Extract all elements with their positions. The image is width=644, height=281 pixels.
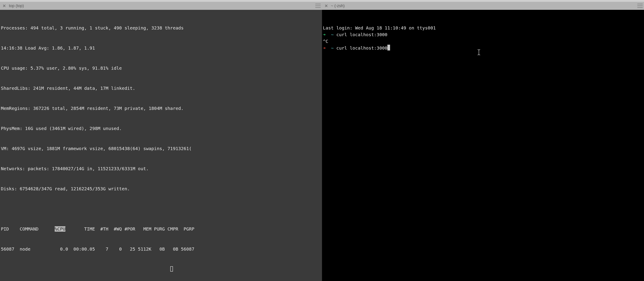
close-tab-icon[interactable] bbox=[2, 3, 7, 8]
left-tab-bar[interactable]: top (top) bbox=[0, 2, 322, 10]
prompt-line: ➜ ~ curl localhost:3000 bbox=[323, 31, 643, 38]
top-physmem-line: PhysMem: 16G used (3461M wired), 298M un… bbox=[1, 125, 321, 132]
prompt-line: ➜ ~ curl localhost:3000 bbox=[323, 45, 643, 51]
top-cpu-line: CPU usage: 5.37% user, 2.80% sys, 91.81%… bbox=[1, 65, 321, 72]
top-disks-line: Disks: 6754628/347G read, 12162245/353G … bbox=[1, 185, 321, 192]
right-terminal-pane[interactable]: ~ (-zsh) Last login: Wed Aug 18 11:10:49… bbox=[322, 0, 644, 281]
prompt-cwd: ~ bbox=[331, 45, 334, 51]
top-columns-header: PID COMMAND %CPU TIME #TH #WQ #POR MEM P… bbox=[1, 226, 321, 232]
window-chrome-strip bbox=[0, 0, 322, 2]
left-tab-title: top (top) bbox=[9, 4, 24, 8]
block-cursor bbox=[388, 45, 390, 51]
hamburger-icon-left[interactable] bbox=[315, 4, 321, 8]
top-hollow-cursor-line bbox=[1, 266, 321, 272]
top-sharedlibs-line: SharedLibs: 241M resident, 44M data, 17M… bbox=[1, 85, 321, 92]
prompt-cwd: ~ bbox=[331, 32, 334, 37]
prompt-command: curl localhost:3000 bbox=[336, 45, 388, 51]
window-chrome-strip bbox=[322, 0, 644, 2]
right-terminal-body[interactable]: Last login: Wed Aug 18 11:10:49 on ttys0… bbox=[322, 10, 644, 281]
top-networks-line: Networks: packets: 17840027/14G in, 1152… bbox=[1, 165, 321, 172]
left-terminal-pane[interactable]: top (top) Processes: 494 total, 3 runnin… bbox=[0, 0, 322, 281]
top-time-load-line: 14:16:38 Load Avg: 1.86, 1.87, 1.91 bbox=[1, 45, 321, 51]
top-processes-line: Processes: 494 total, 3 running, 1 stuck… bbox=[1, 25, 321, 31]
top-process-row: 56087 node 0.0 00:00.05 7 0 25 5112K 0B … bbox=[1, 246, 321, 252]
prompt-arrow-icon: ➜ bbox=[323, 32, 326, 37]
close-tab-icon[interactable] bbox=[324, 3, 329, 8]
left-terminal-body[interactable]: Processes: 494 total, 3 running, 1 stuck… bbox=[0, 10, 322, 281]
right-tab-title: ~ (-zsh) bbox=[331, 4, 345, 8]
hamburger-icon-right[interactable] bbox=[637, 4, 643, 8]
top-vm-line: VM: 4697G vsize, 1881M framework vsize, … bbox=[1, 145, 321, 152]
prompt-arrow-icon: ➜ bbox=[323, 45, 326, 51]
output-line: ^C bbox=[323, 38, 643, 45]
app-root: top (top) Processes: 494 total, 3 runnin… bbox=[0, 0, 644, 281]
top-memregions-line: MemRegions: 367226 total, 2854M resident… bbox=[1, 105, 321, 112]
right-tab-bar[interactable]: ~ (-zsh) bbox=[322, 2, 644, 10]
last-login-line: Last login: Wed Aug 18 11:10:49 on ttys0… bbox=[323, 25, 643, 31]
blank-line bbox=[1, 205, 321, 212]
prompt-command: curl localhost:3000 bbox=[336, 32, 388, 37]
hollow-cursor bbox=[170, 266, 173, 272]
